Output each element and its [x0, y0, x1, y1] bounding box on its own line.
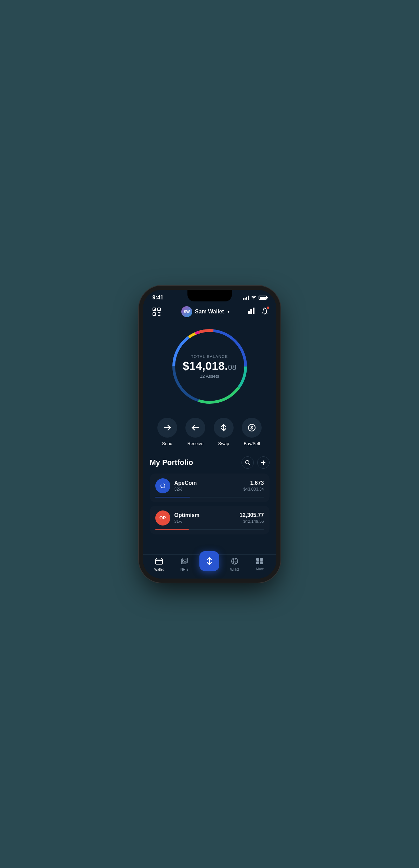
- wallet-selector[interactable]: SW Sam Wallet ▾: [181, 306, 230, 317]
- optimism-pct: 31%: [174, 519, 236, 524]
- svg-point-36: [163, 485, 164, 486]
- balance-amount: $14,018.08: [183, 360, 236, 371]
- action-receive[interactable]: Receive: [185, 418, 205, 446]
- avatar: SW: [181, 306, 192, 317]
- optimism-amount: 12,305.77: [239, 512, 264, 518]
- nav-center-swap[interactable]: [199, 551, 219, 571]
- svg-rect-4: [159, 309, 159, 310]
- svg-text:$: $: [250, 425, 253, 430]
- chevron-down-icon: ▾: [227, 309, 230, 314]
- battery-icon: [259, 296, 267, 300]
- balance-label: TOTAL BALANCE: [183, 354, 236, 358]
- ring-center: TOTAL BALANCE $14,018.08 12 Assets: [183, 354, 236, 378]
- portfolio-actions: [241, 456, 270, 469]
- receive-label: Receive: [187, 441, 204, 446]
- svg-rect-12: [250, 309, 252, 314]
- nav-more[interactable]: More: [250, 558, 270, 571]
- action-buysell[interactable]: $ Buy/Sell: [242, 418, 262, 446]
- portfolio-ring-container: TOTAL BALANCE $14,018.08 12 Assets: [143, 322, 276, 414]
- action-swap[interactable]: Swap: [214, 418, 234, 446]
- signal-bars-icon: [243, 296, 249, 300]
- bottom-nav: Wallet NFTs: [143, 554, 276, 579]
- apecoin-amount: 1.673: [243, 480, 264, 486]
- send-circle: [157, 418, 177, 438]
- svg-rect-3: [154, 309, 155, 310]
- apecoin-usd: $43,003.34: [243, 487, 264, 492]
- svg-rect-37: [156, 559, 162, 564]
- apecoin-info: ApeCoin 32%: [174, 480, 239, 492]
- header: SW Sam Wallet ▾: [143, 303, 276, 322]
- portfolio-title: My Portfolio: [150, 458, 193, 467]
- portfolio-section: My Portfolio: [143, 453, 276, 554]
- svg-point-28: [246, 461, 249, 464]
- apecoin-progress-bar: [155, 497, 190, 497]
- apecoin-name: ApeCoin: [174, 480, 239, 486]
- svg-rect-39: [181, 559, 186, 564]
- svg-point-33: [161, 485, 162, 486]
- svg-rect-49: [260, 561, 263, 564]
- phone-screen: 9:41: [143, 290, 276, 579]
- web3-nav-icon: [231, 557, 238, 567]
- apecoin-progress-track: [155, 497, 264, 497]
- apecoin-values: 1.673 $43,003.34: [243, 480, 264, 492]
- buysell-circle: $: [242, 418, 262, 438]
- nav-wallet[interactable]: Wallet: [149, 558, 169, 571]
- scan-icon[interactable]: [150, 306, 163, 318]
- chart-icon[interactable]: [248, 308, 256, 315]
- header-right: [248, 307, 269, 316]
- notch: [187, 290, 232, 301]
- svg-point-38: [160, 561, 161, 562]
- optimism-usd: $42,149.56: [239, 519, 264, 524]
- svg-point-32: [158, 481, 168, 491]
- svg-rect-46: [256, 558, 259, 561]
- svg-rect-47: [260, 558, 263, 561]
- status-time: 9:41: [153, 295, 163, 301]
- add-asset-button[interactable]: [257, 456, 270, 469]
- nav-web3[interactable]: Web3: [224, 557, 245, 572]
- nav-nfts-label: NFTs: [180, 568, 188, 571]
- asset-row-optimism: OP Optimism 31% 12,305.77 $42,149.56: [155, 510, 264, 526]
- asset-item-apecoin[interactable]: ApeCoin 32% 1.673 $43,003.34: [150, 474, 270, 502]
- svg-line-29: [249, 464, 250, 465]
- ring-wrapper: TOTAL BALANCE $14,018.08 12 Assets: [169, 325, 251, 407]
- assets-count: 12 Assets: [183, 373, 236, 378]
- more-nav-icon: [256, 558, 264, 566]
- svg-point-35: [161, 485, 162, 486]
- asset-row-apecoin: ApeCoin 32% 1.673 $43,003.34: [155, 478, 264, 493]
- wifi-icon: [251, 295, 257, 300]
- optimism-info: Optimism 31%: [174, 512, 236, 524]
- svg-rect-5: [154, 314, 155, 314]
- optimism-logo: OP: [155, 510, 170, 526]
- svg-rect-48: [256, 561, 259, 564]
- phone-frame: 9:41: [143, 290, 276, 579]
- optimism-values: 12,305.77 $42,149.56: [239, 512, 264, 524]
- svg-point-34: [163, 485, 165, 486]
- notification-dot: [266, 306, 270, 309]
- svg-rect-13: [253, 308, 254, 314]
- optimism-progress-track: [155, 529, 264, 530]
- optimism-name: Optimism: [174, 512, 236, 518]
- portfolio-header: My Portfolio: [150, 456, 270, 469]
- action-send[interactable]: Send: [157, 418, 177, 446]
- apecoin-logo: [155, 478, 170, 493]
- search-button[interactable]: [241, 456, 254, 469]
- apecoin-pct: 32%: [174, 487, 239, 492]
- swap-circle: [214, 418, 234, 438]
- send-label: Send: [162, 441, 172, 446]
- actions-row: Send Receive: [143, 414, 276, 453]
- optimism-progress-bar: [155, 529, 189, 530]
- asset-item-optimism[interactable]: OP Optimism 31% 12,305.77 $42,149.56: [150, 506, 270, 534]
- nav-web3-label: Web3: [230, 568, 239, 572]
- nav-wallet-label: Wallet: [154, 568, 163, 571]
- svg-rect-11: [248, 311, 250, 314]
- status-icons: [243, 295, 267, 300]
- swap-label: Swap: [218, 441, 229, 446]
- nav-nfts[interactable]: NFTs: [174, 558, 195, 571]
- receive-circle: [185, 418, 205, 438]
- wallet-nav-icon: [155, 558, 163, 566]
- nav-more-label: More: [256, 567, 264, 571]
- wallet-name: Sam Wallet: [195, 309, 224, 315]
- nfts-nav-icon: [181, 558, 188, 566]
- notification-bell[interactable]: [261, 307, 269, 316]
- balance-cents: 08: [228, 363, 236, 371]
